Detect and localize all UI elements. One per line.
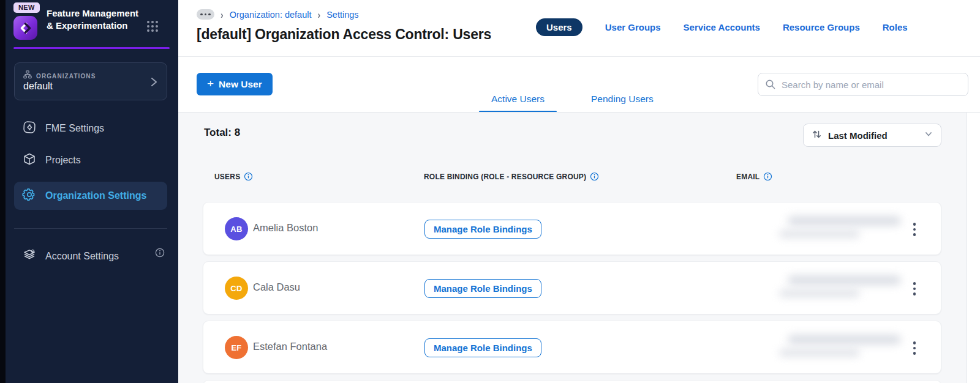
column-header-role-binding: ROLE BINDING (ROLE - RESOURCE GROUP) xyxy=(424,173,586,181)
manage-role-bindings-button[interactable]: Manage Role Bindings xyxy=(424,279,541,298)
breadcrumb: › Organization: default › Settings xyxy=(197,9,359,20)
breadcrumb-separator-icon: › xyxy=(221,9,224,20)
redacted-email xyxy=(788,216,901,226)
sidebar-item-projects[interactable]: Projects xyxy=(14,147,167,174)
app-switcher-grid-icon[interactable] xyxy=(146,20,159,35)
sort-dropdown-value: Last Modified xyxy=(828,130,924,141)
access-control-nav-tabs: Users User Groups Service Accounts Resou… xyxy=(536,18,908,36)
tab-users[interactable]: Users xyxy=(536,18,582,36)
redacted-email xyxy=(788,335,901,344)
sidebar-item-organization-settings[interactable]: Organization Settings xyxy=(14,182,167,210)
page-title: [default] Organization Access Control: U… xyxy=(197,26,491,43)
sidebar-item-account-settings[interactable]: Account Settings xyxy=(14,243,167,270)
tab-active-users[interactable]: Active Users xyxy=(479,86,557,113)
layers-gear-icon xyxy=(22,248,37,265)
info-circle-icon[interactable] xyxy=(244,172,253,181)
table-column-headers: USERS ROLE BINDING (ROLE - RESOURCE GROU… xyxy=(178,172,967,182)
sidebar-item-label: FME Settings xyxy=(45,123,104,134)
user-name: Estefan Fontana xyxy=(253,341,327,352)
manage-role-bindings-button[interactable]: Manage Role Bindings xyxy=(424,338,541,357)
total-count-label: Total: 8 xyxy=(204,127,240,139)
breadcrumb-separator-icon: › xyxy=(317,9,320,20)
product-title: Feature Management & Experimentation xyxy=(47,7,148,32)
users-content-area: Total: 8 Last Modified USERS xyxy=(178,113,967,383)
avatar: EF xyxy=(225,336,248,359)
fme-logo-icon xyxy=(13,16,37,40)
redacted-email-line2 xyxy=(779,349,860,357)
user-state-tabs: Active Users Pending Users xyxy=(479,86,666,113)
split-outline-icon xyxy=(22,120,37,137)
redacted-email xyxy=(788,275,901,285)
plus-icon: + xyxy=(207,77,214,91)
user-name: Cala Dasu xyxy=(253,281,300,293)
manage-role-bindings-button[interactable]: Manage Role Bindings xyxy=(424,220,541,239)
search-icon xyxy=(765,79,776,90)
info-circle-icon[interactable] xyxy=(763,172,772,181)
new-user-button[interactable]: + New User xyxy=(197,73,273,95)
header-divider xyxy=(178,56,980,57)
organization-value: default xyxy=(23,81,53,92)
tab-service-accounts[interactable]: Service Accounts xyxy=(684,22,760,32)
main-panel: › Organization: default › Settings [defa… xyxy=(178,0,980,383)
row-kebab-menu-button[interactable] xyxy=(910,278,919,299)
user-rows: AB Amelia Boston Manage Role Bindings CD… xyxy=(203,202,941,380)
org-hierarchy-icon xyxy=(23,70,32,81)
cube-icon xyxy=(22,152,37,169)
redacted-email-line2 xyxy=(779,289,860,297)
new-badge: NEW xyxy=(13,2,40,13)
avatar: AB xyxy=(225,217,248,240)
tab-user-groups[interactable]: User Groups xyxy=(605,22,661,32)
sidebar-item-label: Organization Settings xyxy=(45,190,146,201)
column-header-users: USERS xyxy=(214,173,240,181)
sidebar-item-label: Account Settings xyxy=(45,251,119,262)
tab-resource-groups[interactable]: Resource Groups xyxy=(783,22,860,32)
tab-pending-users[interactable]: Pending Users xyxy=(579,86,666,113)
organizations-label: ORGANIZATIONS xyxy=(36,73,96,80)
chevron-right-icon xyxy=(149,76,159,91)
app-window: NEW Feature Management & Experimentation xyxy=(0,0,980,383)
sidebar-divider xyxy=(14,228,167,229)
table-row: AB Amelia Boston Manage Role Bindings xyxy=(203,202,941,255)
breadcrumb-link-settings[interactable]: Settings xyxy=(326,10,358,20)
table-row: EF Estefan Fontana Manage Role Bindings xyxy=(203,321,941,374)
gear-icon xyxy=(22,187,37,204)
window-edge-strip xyxy=(0,0,6,383)
redacted-email-line2 xyxy=(779,230,860,238)
new-user-button-label: New User xyxy=(219,79,262,90)
tab-roles[interactable]: Roles xyxy=(883,22,908,32)
chevron-down-icon xyxy=(924,130,933,141)
sidebar-item-label: Projects xyxy=(45,155,81,166)
row-kebab-menu-button[interactable] xyxy=(910,219,919,240)
search-input[interactable] xyxy=(758,73,968,96)
sort-dropdown[interactable]: Last Modified xyxy=(803,124,941,147)
breadcrumb-ellipsis-button[interactable] xyxy=(197,9,214,20)
scroll-gutter[interactable] xyxy=(967,113,980,383)
sort-arrows-icon xyxy=(812,129,822,142)
sidebar: NEW Feature Management & Experimentation xyxy=(6,0,178,383)
table-row: CD Cala Dasu Manage Role Bindings xyxy=(203,261,941,314)
next-row-partial xyxy=(203,380,941,383)
organization-selector[interactable]: ORGANIZATIONS default xyxy=(14,62,167,100)
search-box xyxy=(758,73,968,96)
purple-accent-rule xyxy=(13,47,170,49)
info-circle-icon[interactable] xyxy=(590,172,599,181)
info-circle-icon[interactable] xyxy=(155,248,165,260)
breadcrumb-link-organization[interactable]: Organization: default xyxy=(230,10,312,20)
column-header-email: EMAIL xyxy=(736,173,760,181)
row-kebab-menu-button[interactable] xyxy=(910,338,919,359)
user-name: Amelia Boston xyxy=(253,222,318,234)
sidebar-item-fme-settings[interactable]: FME Settings xyxy=(14,115,167,142)
avatar: CD xyxy=(225,277,248,300)
